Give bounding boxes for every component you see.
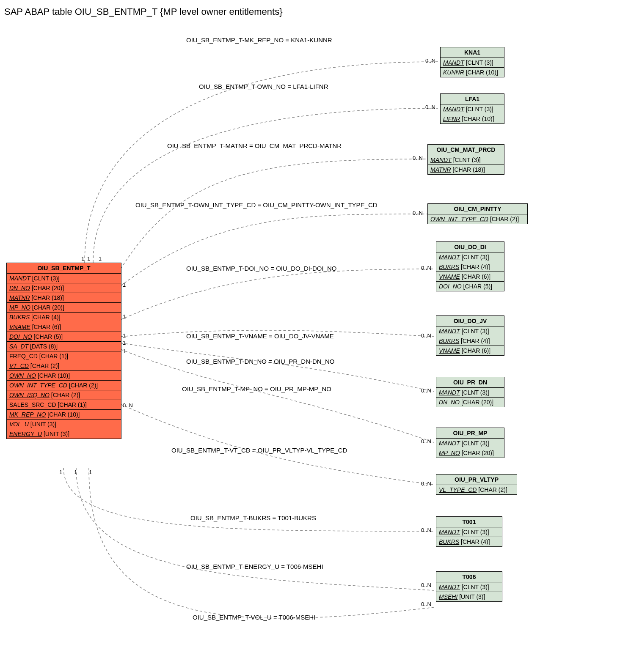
- entity-field: DOI_NO [CHAR (5)]: [7, 332, 121, 342]
- entity-oiu-cm-mat-prcd: OIU_CM_MAT_PRCDMANDT [CLNT (3)]MATNR [CH…: [427, 144, 504, 175]
- entity-field: FREQ_CD [CHAR (1)]: [7, 351, 121, 361]
- cardinality: 0..N: [425, 104, 435, 110]
- cardinality: 1: [81, 255, 84, 262]
- relation-label: OIU_SB_ENTMP_T-VOL_U = T006-MSEHI: [193, 614, 315, 621]
- cardinality: 0..N: [421, 527, 431, 533]
- entity-oiu-do-di: OIU_DO_DIMANDT [CLNT (3)]BUKRS [CHAR (4)…: [436, 241, 504, 291]
- cardinality: 1: [123, 340, 126, 346]
- entity-field: ENERGY_U [UNIT (3)]: [7, 429, 121, 439]
- entity-field: VNAME [CHAR (6)]: [436, 346, 504, 355]
- cardinality: 1: [123, 282, 126, 288]
- cardinality: 1: [59, 469, 62, 475]
- entity-field: BUKRS [CHAR (4)]: [436, 262, 504, 272]
- entity-field: MANDT [CLNT (3)]: [7, 274, 121, 283]
- entity-header: OIU_SB_ENTMP_T: [7, 263, 121, 274]
- entity-field: MP_NO [CHAR (20)]: [7, 303, 121, 313]
- relation-label: OIU_SB_ENTMP_T-VT_CD = OIU_PR_VLTYP-VL_T…: [171, 447, 347, 454]
- relation-label: OIU_SB_ENTMP_T-OWN_INT_TYPE_CD = OIU_CM_…: [135, 201, 377, 208]
- entity-field: MANDT [CLNT (3)]: [441, 58, 504, 68]
- entity-field: SALES_SRC_CD [CHAR (1)]: [7, 400, 121, 410]
- entity-field: DOI_NO [CHAR (5)]: [436, 282, 504, 291]
- entity-field: VL_TYPE_CD [CHAR (2)]: [436, 485, 517, 494]
- cardinality: 0..N: [425, 58, 435, 64]
- entity-field: KUNNR [CHAR (10)]: [441, 68, 504, 77]
- entity-oiu-pr-vltyp: OIU_PR_VLTYPVL_TYPE_CD [CHAR (2)]: [436, 474, 517, 495]
- cardinality: 0..N: [421, 332, 431, 339]
- cardinality: 0..N: [123, 402, 133, 409]
- entity-field: MANDT [CLNT (3)]: [436, 439, 504, 448]
- cardinality: 0..N: [421, 387, 431, 394]
- cardinality: 1: [123, 348, 126, 354]
- entity-field: DN_NO [CHAR (20)]: [436, 398, 504, 407]
- entity-field: VT_CD [CHAR (2)]: [7, 361, 121, 371]
- page-title: SAP ABAP table OIU_SB_ENTMP_T {MP level …: [4, 6, 642, 17]
- entity-field: VNAME [CHAR (6)]: [7, 322, 121, 332]
- entity-t001: T001MANDT [CLNT (3)]BUKRS [CHAR (4)]: [436, 516, 502, 547]
- relation-label: OIU_SB_ENTMP_T-DOI_NO = OIU_DO_DI-DOI_NO: [186, 265, 337, 272]
- cardinality: 1: [89, 469, 92, 475]
- entity-field: MANDT [CLNT (3)]: [441, 104, 504, 114]
- entity-field: DN_NO [CHAR (20)]: [7, 283, 121, 293]
- entity-field: MP_NO [CHAR (20)]: [436, 448, 504, 458]
- cardinality: 0..N: [421, 480, 431, 487]
- cardinality: 1: [123, 313, 126, 320]
- cardinality: 0..N: [413, 210, 423, 216]
- entity-field: OWN_INT_TYPE_CD [CHAR (2)]: [7, 381, 121, 390]
- entity-t006: T006MANDT [CLNT (3)]MSEHI [UNIT (3)]: [436, 571, 502, 602]
- entity-oiu-cm-pintty: OIU_CM_PINTTYOWN_INT_TYPE_CD [CHAR (2)]: [427, 203, 528, 224]
- entity-field: BUKRS [CHAR (4)]: [436, 537, 502, 546]
- entity-field: SA_DT [DATS (8)]: [7, 342, 121, 351]
- relation-label: OIU_SB_ENTMP_T-MP_NO = OIU_PR_MP-MP_NO: [182, 385, 331, 392]
- relation-label: OIU_SB_ENTMP_T-ENERGY_U = T006-MSEHI: [186, 563, 323, 570]
- relation-label: OIU_SB_ENTMP_T-MK_REP_NO = KNA1-KUNNR: [186, 36, 332, 44]
- relation-label: OIU_SB_ENTMP_T-DN_NO = OIU_PR_DN-DN_NO: [186, 358, 335, 365]
- entity-field: BUKRS [CHAR (4)]: [436, 336, 504, 346]
- cardinality: 1: [74, 469, 77, 475]
- cardinality: 0..N: [421, 265, 431, 271]
- entity-field: VOL_U [UNIT (3)]: [7, 420, 121, 429]
- cardinality: 1: [87, 255, 90, 262]
- relation-label: OIU_SB_ENTMP_T-BUKRS = T001-BUKRS: [190, 514, 316, 521]
- cardinality: 0..N: [421, 582, 431, 588]
- entity-field: OWN_ISQ_NO [CHAR (2)]: [7, 390, 121, 400]
- entity-field: MSEHI [UNIT (3)]: [436, 592, 502, 601]
- entity-oiu-pr-mp: OIU_PR_MPMANDT [CLNT (3)]MP_NO [CHAR (20…: [436, 428, 504, 458]
- entity-field: MANDT [CLNT (3)]: [436, 527, 502, 537]
- entity-field: OWN_NO [CHAR (10)]: [7, 371, 121, 381]
- entity-oiu-do-jv: OIU_DO_JVMANDT [CLNT (3)]BUKRS [CHAR (4)…: [436, 315, 504, 356]
- cardinality: 1: [123, 332, 126, 339]
- entity-field: MATNR [CHAR (18)]: [428, 165, 504, 174]
- entity-field: MANDT [CLNT (3)]: [436, 252, 504, 262]
- entity-oiu-sb-entmp-t: OIU_SB_ENTMP_T MANDT [CLNT (3)]DN_NO [CH…: [6, 263, 121, 439]
- relation-label: OIU_SB_ENTMP_T-MATNR = OIU_CM_MAT_PRCD-M…: [167, 142, 342, 149]
- relation-label: OIU_SB_ENTMP_T-VNAME = OIU_DO_JV-VNAME: [186, 332, 334, 340]
- entity-field: OWN_INT_TYPE_CD [CHAR (2)]: [428, 214, 527, 224]
- er-diagram: OIU_SB_ENTMP_T MANDT [CLNT (3)]DN_NO [CH…: [4, 24, 638, 672]
- cardinality: 0..N: [421, 601, 431, 607]
- entity-lfa1: LFA1MANDT [CLNT (3)]LIFNR [CHAR (10)]: [440, 93, 504, 124]
- entity-field: MATNR [CHAR (18)]: [7, 293, 121, 303]
- entity-field: MK_REP_NO [CHAR (10)]: [7, 410, 121, 420]
- cardinality: 1: [99, 255, 102, 262]
- entity-kna1: KNA1MANDT [CLNT (3)]KUNNR [CHAR (10)]: [440, 47, 504, 77]
- entity-oiu-pr-dn: OIU_PR_DNMANDT [CLNT (3)]DN_NO [CHAR (20…: [436, 377, 504, 407]
- entity-field: MANDT [CLNT (3)]: [436, 582, 502, 592]
- cardinality: 0..N: [421, 438, 431, 444]
- cardinality: 0..N: [413, 155, 423, 161]
- relation-label: OIU_SB_ENTMP_T-OWN_NO = LFA1-LIFNR: [199, 83, 328, 90]
- entity-field: BUKRS [CHAR (4)]: [7, 313, 121, 322]
- entity-field: VNAME [CHAR (6)]: [436, 272, 504, 282]
- entity-field: LIFNR [CHAR (10)]: [441, 114, 504, 123]
- entity-field: MANDT [CLNT (3)]: [436, 326, 504, 336]
- entity-field: MANDT [CLNT (3)]: [436, 388, 504, 398]
- entity-field: MANDT [CLNT (3)]: [428, 155, 504, 165]
